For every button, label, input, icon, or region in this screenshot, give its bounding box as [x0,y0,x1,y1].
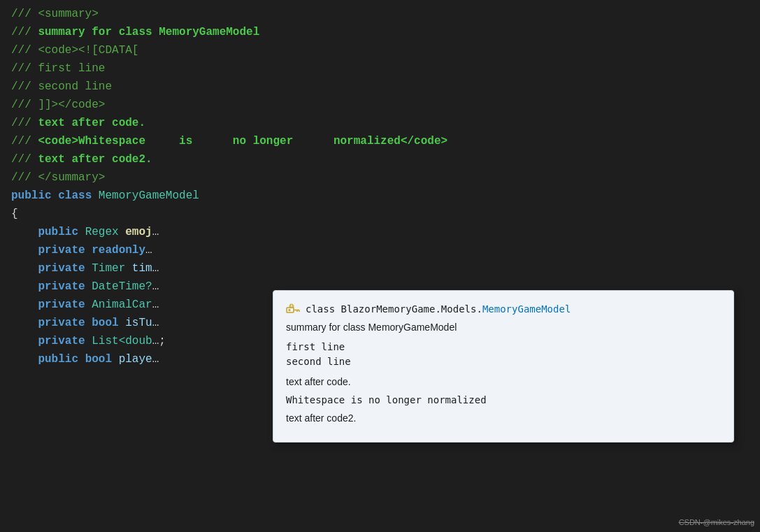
sp12 [112,351,119,368]
tooltip-summary-text: summary for class MemoryGameModel [286,322,721,333]
code-line-12: { [0,206,760,224]
code-editor: /// <summary> /// summary for class Memo… [0,0,760,532]
type-regex: Regex [85,224,119,240]
svg-point-1 [289,309,291,311]
truncated1: … [152,224,159,240]
doc-comment-cdata: /// <code><![CDATA[ [11,42,138,59]
kw-private2: private [38,260,85,277]
code-line-7: /// text after code. [0,115,760,133]
kw-private1: private [38,242,85,259]
kw-private5: private [38,315,85,331]
indent [11,333,38,350]
kw-public2: public [38,351,78,368]
code-line-1: /// <summary> [0,6,760,24]
code-line-3: /// <code><![CDATA[ [0,42,760,60]
truncated3: … [152,260,159,277]
code-line-6: /// ]]></code> [0,96,760,115]
type-list: List<doub [92,333,152,350]
code-line-9: /// text after code2. [0,151,760,169]
truncated8: … [152,351,159,368]
class-name-link[interactable]: MemoryGameModel [482,303,571,315]
sp8 [85,315,92,331]
keyword-class: class [58,187,92,204]
doc-comment-prefix3: /// [11,133,38,150]
space [52,187,59,204]
code-line-11: public class MemoryGameModel [0,187,760,206]
truncated4: … [152,278,159,295]
class-path-text: class BlazorMemoryGame.Models. [306,303,482,315]
brace-open: { [11,206,18,222]
kw-bool1: bool [92,315,118,331]
kw-readonly: readonly [92,242,145,259]
truncated2: … [145,242,152,259]
tooltip-after-code: text after code. [286,376,721,387]
doc-comment-endcdata: /// ]]></code> [11,96,105,113]
sp5 [125,260,132,277]
field-istu: isTu [125,315,152,331]
class-icon [286,302,300,316]
type-animalcar: AnimalCar [92,296,152,313]
sp11 [78,351,85,368]
truncated6: … [152,315,159,331]
indent [11,278,38,295]
tooltip-whitespace-code: Whitespace is no longer normalized [286,394,721,405]
keyword-public: public [11,187,52,204]
doc-code-whitespace: <code>Whitespace is no longer normalized… [38,133,447,150]
code-line-2: /// summary for class MemoryGameModel [0,24,760,42]
kw-bool2: bool [85,351,112,368]
type-datetime: DateTime? [92,278,152,295]
tooltip-after-code2: text after code2. [286,412,721,424]
tooltip-popup: class BlazorMemoryGame.Models.MemoryGame… [273,290,734,443]
doc-comment-endsummary: /// </summary> [11,169,105,186]
doc-comment-prefix2: /// [11,115,38,131]
truncated7: … [152,333,159,350]
doc-comment-secondline: /// second line [11,78,112,95]
indent [11,224,38,240]
code-line-13: public Regex emoj … [0,224,760,242]
code-line-15: private Timer tim … [0,260,760,278]
code-line-4: /// first line [0,60,760,78]
sp9 [119,315,126,331]
truncated5: … [152,296,159,313]
doc-comment-bold-text: summary for class MemoryGameModel [38,24,259,41]
kw-private4: private [38,296,85,313]
kw-private3: private [38,278,85,295]
sp4 [85,260,92,277]
indent [11,351,38,368]
code-line-5: /// second line [0,78,760,96]
indent [11,296,38,313]
tooltip-header: class BlazorMemoryGame.Models.MemoryGame… [286,302,721,316]
doc-comment-firstline: /// first line [11,60,105,77]
space2 [92,187,99,204]
code-line-8: /// <code>Whitespace is no longer normal… [0,133,760,151]
indent [11,315,38,331]
sp10 [85,333,92,350]
kw-public1: public [38,224,78,240]
code-line-10: /// </summary> [0,169,760,187]
field-playe: playe [119,351,152,368]
field-tim: tim [132,260,152,277]
sp2 [119,224,126,240]
field-emoji: emoj [125,224,152,240]
indent [11,260,38,277]
doc-text-after-code: text after code. [38,115,145,131]
sp1 [78,224,85,240]
code-line-14: private readonly … [0,242,760,260]
type-timer: Timer [92,260,125,277]
class-name-memorygame: MemoryGameModel [99,187,199,204]
indent [11,242,38,259]
doc-comment-text: /// <summary> [11,6,99,22]
sp3 [85,242,92,259]
kw-private6: private [38,333,85,350]
doc-comment-prefix4: /// [11,151,38,168]
svg-rect-5 [289,305,294,308]
sp6 [85,278,92,295]
semicolon: ; [159,333,166,350]
tooltip-class-path: class BlazorMemoryGame.Models.MemoryGame… [306,303,571,315]
tooltip-code-block: first line second line [286,340,721,369]
sp7 [85,296,92,313]
doc-comment-prefix: /// [11,24,38,41]
tooltip-first-line: first line [286,340,721,354]
watermark: CSDN-@mikes-zhang [679,518,754,526]
doc-text-after-code2: text after code2. [38,151,152,168]
